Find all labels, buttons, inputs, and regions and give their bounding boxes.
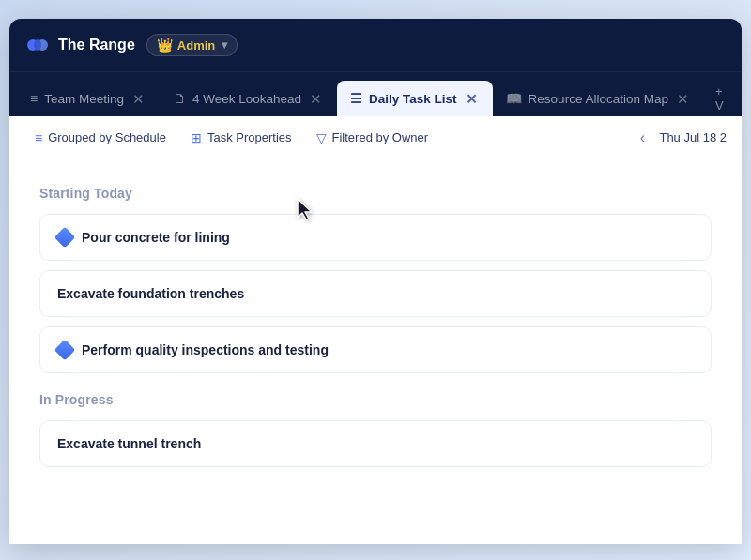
task-name-pour-concrete: Pour concrete for lining	[82, 230, 230, 245]
tab-label-daily: Daily Task List	[369, 92, 457, 106]
tab-4-week-lookahead[interactable]: 🗋 4 Week Lookahead ✕	[160, 81, 337, 116]
tab-close-team-meeting[interactable]: ✕	[130, 92, 146, 106]
tab-icon-resource: 📖	[506, 91, 522, 106]
chevron-down-icon: ▾	[222, 38, 227, 52]
svg-point-2	[34, 39, 41, 51]
task-name-excavate-foundation: Excavate foundation trenches	[57, 286, 244, 301]
task-diamond-icon-2	[54, 340, 76, 361]
admin-badge[interactable]: 👑 Admin ▾	[146, 34, 238, 56]
tab-add-button[interactable]: + V	[704, 81, 742, 116]
grouped-by-schedule-button[interactable]: ≡ Grouped by Schedule	[24, 126, 176, 150]
app-title: The Range	[58, 37, 135, 53]
tab-add-label: + V	[715, 84, 730, 113]
grouped-by-schedule-label: Grouped by Schedule	[48, 130, 166, 144]
tab-daily-task-list[interactable]: ☰ Daily Task List ✕	[337, 81, 493, 116]
filtered-by-owner-label: Filtered by Owner	[332, 130, 429, 144]
task-name-perform-quality: Perform quality inspections and testing	[82, 342, 329, 357]
toolbar-row: ≡ Grouped by Schedule ⊞ Task Properties …	[9, 116, 742, 159]
tab-label-4-week: 4 Week Lookahead	[192, 92, 301, 106]
nav-left-button[interactable]: ‹	[629, 125, 655, 151]
task-properties-label: Task Properties	[207, 130, 292, 144]
section-header-starting-today: Starting Today	[39, 186, 712, 201]
tab-resource-allocation[interactable]: 📖 Resource Allocation Map ✕	[493, 81, 704, 116]
properties-icon: ⊞	[191, 130, 202, 145]
tab-close-4-week[interactable]: ✕	[308, 92, 324, 106]
filtered-by-owner-button[interactable]: ▽ Filtered by Owner	[306, 126, 439, 150]
tab-team-meeting[interactable]: ≡ Team Meeting ✕	[17, 81, 160, 116]
tab-label-team-meeting: Team Meeting	[44, 92, 124, 106]
task-name-excavate-tunnel: Excavate tunnel trench	[57, 436, 201, 451]
task-card-excavate-tunnel[interactable]: Excavate tunnel trench	[39, 420, 712, 467]
toolbar-nav: ‹ Thu Jul 18 2	[629, 125, 727, 151]
schedule-icon: ≡	[35, 130, 42, 145]
task-card-excavate-foundation[interactable]: Excavate foundation trenches	[39, 270, 712, 317]
tab-close-resource[interactable]: ✕	[675, 92, 691, 106]
tab-icon-daily: ☰	[350, 91, 362, 106]
section-header-in-progress: In Progress	[39, 392, 712, 407]
top-bar: The Range 👑 Admin ▾	[9, 19, 742, 71]
app-window: The Range 👑 Admin ▾ ≡ Team Meeting ✕ 🗋 4…	[9, 19, 742, 544]
logo-icon	[24, 32, 51, 58]
task-properties-button[interactable]: ⊞ Task Properties	[180, 126, 302, 150]
date-display: Thu Jul 18 2	[659, 130, 727, 144]
tab-icon-4-week: 🗋	[173, 91, 186, 106]
tab-icon-team-meeting: ≡	[30, 91, 38, 106]
filter-icon: ▽	[316, 130, 327, 145]
tab-close-daily[interactable]: ✕	[464, 92, 480, 106]
admin-label: Admin	[177, 38, 215, 53]
main-content: Starting Today Pour concrete for lining …	[9, 159, 742, 544]
task-card-perform-quality[interactable]: Perform quality inspections and testing	[39, 326, 712, 373]
logo-area: The Range	[24, 32, 135, 58]
task-diamond-icon	[54, 227, 76, 249]
crown-icon: 👑	[157, 38, 173, 53]
tabs-row: ≡ Team Meeting ✕ 🗋 4 Week Lookahead ✕ ☰ …	[9, 71, 742, 116]
task-card-pour-concrete[interactable]: Pour concrete for lining	[39, 214, 712, 261]
tab-label-resource: Resource Allocation Map	[529, 92, 668, 106]
